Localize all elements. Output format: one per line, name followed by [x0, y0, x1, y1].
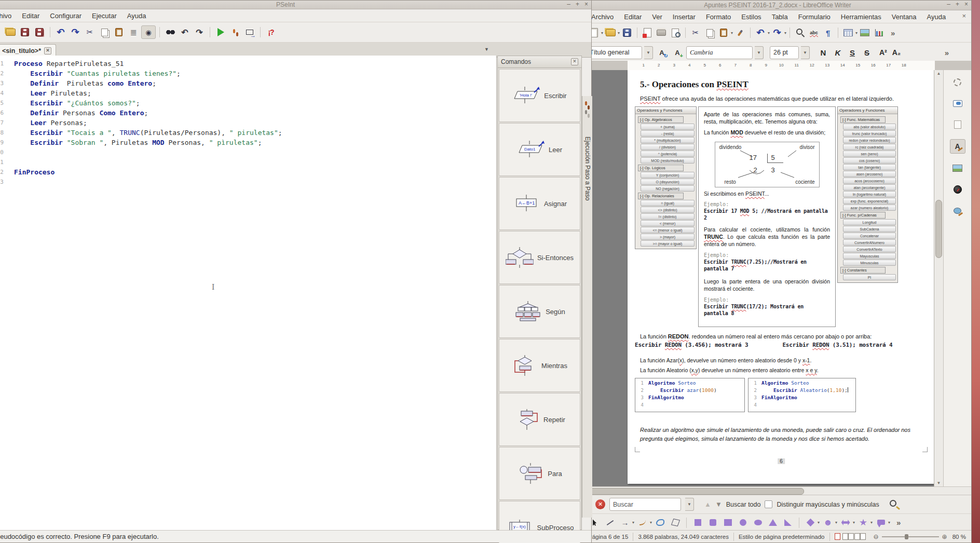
- diamond-shape-icon[interactable]: [804, 517, 817, 529]
- update-style-icon[interactable]: [655, 46, 669, 59]
- undo-icon[interactable]: [754, 26, 767, 39]
- find-icon[interactable]: [164, 26, 177, 38]
- circle-shape-icon[interactable]: [736, 517, 750, 529]
- tab-close-icon[interactable]: ✕: [44, 47, 51, 55]
- horizontal-scrollbar[interactable]: [584, 486, 971, 495]
- zoom-in-icon[interactable]: ⊕: [942, 533, 947, 540]
- menu-item[interactable]: Ventana: [887, 13, 922, 21]
- subscript-button[interactable]: A₂: [892, 48, 901, 57]
- status-word-count[interactable]: 3.868 palabras, 24.049 caracteres: [638, 534, 729, 540]
- replace-back-icon[interactable]: [178, 26, 192, 38]
- zoom-percentage[interactable]: 80 %: [952, 534, 966, 540]
- overflow-icon[interactable]: [886, 26, 900, 39]
- underline-button[interactable]: S: [846, 46, 859, 59]
- sep[interactable]: [159, 27, 160, 37]
- spellcheck-icon[interactable]: [807, 26, 821, 39]
- vertical-scroll-thumb[interactable]: [935, 200, 942, 258]
- tab-list-icon[interactable]: ▼: [484, 47, 489, 52]
- block-arrow-shape-icon[interactable]: [839, 517, 852, 529]
- smiley-shape-icon[interactable]: [821, 517, 835, 529]
- scroll-down-icon[interactable]: ▼: [934, 481, 943, 485]
- new-style-icon[interactable]: [671, 46, 684, 59]
- find-and-replace-icon[interactable]: [888, 498, 901, 511]
- sep[interactable]: [790, 28, 790, 38]
- italic-button[interactable]: K: [832, 46, 844, 59]
- callout-shape-icon[interactable]: [874, 516, 888, 528]
- polygon-icon[interactable]: [669, 517, 682, 529]
- formatting-marks-icon[interactable]: [821, 26, 835, 39]
- find-previous-icon[interactable]: ▲: [704, 500, 711, 508]
- open-file-icon[interactable]: [4, 26, 17, 38]
- find-replace-icon[interactable]: [793, 26, 807, 39]
- paragraph-style-dropdown-icon[interactable]: ▼: [644, 46, 653, 59]
- export-pdf-icon[interactable]: [641, 26, 654, 39]
- multi-page-view-icon[interactable]: [842, 533, 848, 540]
- redo-icon[interactable]: [69, 26, 82, 38]
- print-icon[interactable]: [655, 26, 668, 39]
- save-file-icon[interactable]: [18, 26, 32, 38]
- menu-item[interactable]: Formato: [701, 13, 736, 21]
- line-icon[interactable]: [603, 517, 617, 529]
- properties-icon[interactable]: [951, 97, 964, 110]
- menu-item[interactable]: Editar: [619, 13, 647, 21]
- paste-icon[interactable]: [112, 26, 126, 38]
- curve-icon[interactable]: [636, 517, 649, 529]
- code-editor[interactable]: 1Proceso RepartePiruletas_512 Escribir "…: [0, 56, 497, 530]
- navigator-icon[interactable]: [951, 183, 964, 196]
- redo-icon[interactable]: [770, 26, 784, 39]
- strikethrough-button[interactable]: S: [861, 46, 873, 59]
- zoom-slider[interactable]: [882, 536, 939, 537]
- font-size-combo[interactable]: 26 pt: [770, 46, 799, 59]
- maximize-icon[interactable]: +: [576, 1, 579, 8]
- font-name-combo[interactable]: Cambria: [686, 46, 753, 59]
- document-page[interactable]: 5.- Operaciones con PSEINT PSEINT ofrece…: [628, 70, 935, 484]
- sep[interactable]: [637, 28, 637, 38]
- comando-para[interactable]: Para: [499, 447, 580, 500]
- open-icon[interactable]: [604, 26, 617, 39]
- copy-icon[interactable]: [703, 26, 716, 39]
- menu-item[interactable]: Ejecutar: [87, 12, 122, 20]
- document-area[interactable]: 5.- Operaciones con PSEINT PSEINT ofrece…: [584, 70, 971, 486]
- comandos-close-icon[interactable]: ✕: [571, 58, 578, 65]
- menu-item[interactable]: Formulario: [793, 13, 836, 21]
- triangle-shape-icon[interactable]: [766, 517, 780, 529]
- status-page-style[interactable]: Estilo de página predeterminado: [739, 534, 825, 540]
- page-icon[interactable]: [951, 118, 964, 131]
- minimize-icon[interactable]: –: [947, 1, 950, 8]
- right-triangle-shape-icon[interactable]: [781, 517, 795, 529]
- font-size-dropdown-icon[interactable]: ▼: [801, 46, 810, 59]
- save-all-icon[interactable]: [33, 26, 46, 38]
- sep[interactable]: [50, 27, 50, 37]
- star-shape-icon[interactable]: [856, 517, 870, 529]
- square-shape-icon[interactable]: [691, 517, 704, 529]
- flow-run-icon[interactable]: [243, 26, 256, 38]
- close-icon[interactable]: ×: [584, 1, 588, 8]
- vertical-scrollbar[interactable]: ▲ ▼: [934, 70, 943, 486]
- undo-icon[interactable]: [54, 26, 67, 38]
- status-page-count[interactable]: Página 6 de 15: [588, 534, 628, 540]
- sep[interactable]: [838, 28, 838, 38]
- minimize-icon[interactable]: –: [567, 1, 570, 8]
- menu-item[interactable]: Ver: [647, 13, 668, 21]
- autocomplete-eye-icon[interactable]: [141, 25, 156, 39]
- sep[interactable]: [685, 28, 686, 38]
- sidebar-settings-icon[interactable]: [951, 76, 964, 88]
- insert-chart-icon[interactable]: [872, 26, 886, 39]
- find-next-icon[interactable]: ▼: [715, 500, 722, 508]
- sep[interactable]: [799, 518, 799, 528]
- cut-icon[interactable]: [83, 26, 97, 38]
- save-icon[interactable]: [620, 26, 634, 39]
- freeform-icon[interactable]: [654, 517, 667, 529]
- writer-titlebar[interactable]: Apuntes PSEINT 2016-17_2.docx - LibreOff…: [584, 1, 971, 10]
- single-page-view-icon[interactable]: [835, 533, 840, 540]
- book-view-icon[interactable]: [854, 533, 860, 540]
- horizontal-scroll-thumb[interactable]: [585, 488, 804, 495]
- bold-button[interactable]: N: [817, 46, 829, 59]
- comando-asignar[interactable]: A←B+1 Asignar: [499, 177, 580, 230]
- match-case-checkbox[interactable]: [765, 500, 772, 508]
- font-name-dropdown-icon[interactable]: ▼: [755, 46, 764, 59]
- menu-item[interactable]: Editar: [17, 12, 45, 20]
- maximize-icon[interactable]: +: [956, 1, 959, 8]
- menu-item[interactable]: Ayuda: [922, 13, 951, 21]
- rounded-square-shape-icon[interactable]: [706, 517, 719, 529]
